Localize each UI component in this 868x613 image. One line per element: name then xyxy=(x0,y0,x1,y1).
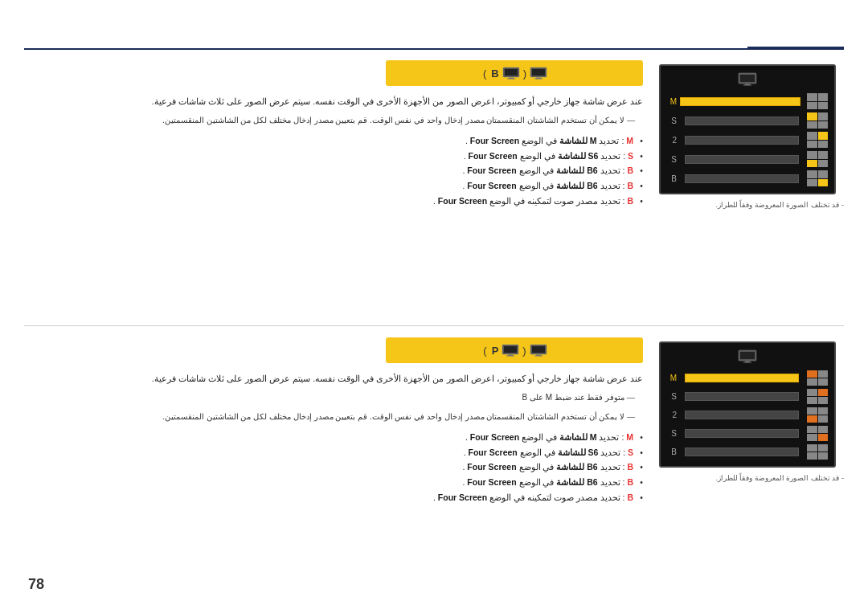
screen2-top-icon-row xyxy=(667,349,828,364)
page-number: 78 xyxy=(28,576,44,593)
section2-screen-preview: M xyxy=(659,337,844,603)
section-1: ( B ) عند عرض شاشة جهاز خارجي أو كمبيوتر… xyxy=(24,60,844,309)
bullet-item-2-1: M : تحديد M للشاشة في الوضع Four Screen … xyxy=(24,430,643,445)
section1-header-paren-close: ) xyxy=(483,67,486,80)
section2-text-area: ( P ) عند عرض شاشة جهاز خارجي أو كمبيوتر… xyxy=(24,337,659,603)
screen2-row-2: 2 xyxy=(667,407,828,423)
bullet-item: B : تحديد مصدر صوت لتمكينه في الوضع Four… xyxy=(24,194,643,209)
monitor-icon-2b xyxy=(502,344,519,357)
screen1-rows: M S xyxy=(667,93,828,186)
section1-header-paren-open: ( xyxy=(523,67,526,80)
bullet-item-2-2: S : تحديد S6 للشاشة في الوضع Four Screen… xyxy=(24,445,643,460)
section1-text-area: ( B ) عند عرض شاشة جهاز خارجي أو كمبيوتر… xyxy=(24,60,659,309)
svg-rect-17 xyxy=(504,346,517,353)
svg-rect-11 xyxy=(743,85,751,86)
section2-header-paren-close: ) xyxy=(483,345,486,357)
bullet-item: M : تحديد M للشاشة في الوضع Four Screen … xyxy=(24,133,643,149)
screen1-row-B: B xyxy=(667,170,828,186)
svg-rect-3 xyxy=(534,79,542,80)
bullet-item: B : تحديد B6 للشاشة في الوضع Four Screen… xyxy=(24,178,643,194)
screen1-row-2: 2 xyxy=(667,132,828,148)
top-right-accent xyxy=(747,47,844,50)
section2-screen-note: قد تختلف الصورة المعروضة وفقاً للطراز. xyxy=(659,474,844,482)
section2-note: لا يمكن أن تستخدم الشاشتان المنقسمتان مص… xyxy=(24,411,643,423)
svg-rect-13 xyxy=(532,346,545,353)
section2-screen-mock: M xyxy=(659,341,836,468)
bullet-item: B : تحديد B6 للشاشة في الوضع Four Screen… xyxy=(24,163,643,178)
svg-rect-21 xyxy=(740,352,755,359)
screen2-row-S2: S xyxy=(667,426,828,441)
section2-header-num: P xyxy=(492,345,499,357)
section2-bullet-list: M : تحديد M للشاشة في الوضع Four Screen … xyxy=(24,430,643,505)
section1-screen-mock: M S xyxy=(659,64,836,194)
screen2-row-M: M xyxy=(667,370,828,386)
bullet-item-2-4: B : تحديد B6 للشاشة في الوضع Four Screen… xyxy=(24,475,643,490)
section-2: ( P ) عند عرض شاشة جهاز خارجي أو كمبيوتر… xyxy=(24,337,844,603)
section2-main-desc: عند عرض شاشة جهاز خارجي أو كمبيوتر، اعرض… xyxy=(24,371,643,386)
screen1-monitor-icon xyxy=(738,72,757,87)
monitor-icon-2a xyxy=(530,344,547,357)
svg-rect-19 xyxy=(506,356,514,357)
monitor-icon-1b xyxy=(502,67,520,80)
section2-note2: متوفر فقط عند ضبط M على B xyxy=(24,391,643,404)
screen2-monitor-icon xyxy=(738,349,757,364)
page-container: ( B ) عند عرض شاشة جهاز خارجي أو كمبيوتر… xyxy=(0,0,868,613)
svg-rect-1 xyxy=(532,69,545,76)
section2-header-paren-open: ( xyxy=(522,345,526,357)
screen2-row-S: S xyxy=(667,389,828,404)
section1-screen-preview: M S xyxy=(659,60,844,309)
section-divider xyxy=(24,325,844,326)
section1-main-desc: عند عرض شاشة جهاز خارجي أو كمبيوتر، اعرض… xyxy=(24,94,643,109)
section2-header-bar: ( P ) xyxy=(386,337,643,363)
top-line xyxy=(24,48,844,50)
screen1-top-icon-row xyxy=(667,72,828,87)
section1-header-bar: ( B ) xyxy=(386,60,643,86)
bullet-item-2-5: B : تحديد مصدر صوت لتمكينه في الوضع Four… xyxy=(24,490,643,505)
screen1-row-S2: S xyxy=(667,151,828,167)
screen1-row-S: S xyxy=(667,112,828,129)
svg-rect-7 xyxy=(507,79,515,80)
bullet-item-2-3: B : تحديد B6 للشاشة في الوضع Four Screen… xyxy=(24,460,643,475)
bullet-item: S : تحديد S6 للشاشة في الوضع Four Screen… xyxy=(24,149,643,164)
section1-note: لا يمكن أن تستخدم الشاشتان المنقسمتان مص… xyxy=(24,114,643,127)
monitor-icon-1 xyxy=(530,67,547,80)
svg-rect-23 xyxy=(743,362,751,363)
screen2-rows: M xyxy=(667,370,828,460)
section1-bullet-list: M : تحديد M للشاشة في الوضع Four Screen … xyxy=(24,133,643,209)
svg-rect-9 xyxy=(740,75,755,82)
section1-screen-note: قد تختلف الصورة المعروضة وفقاً للطراز. xyxy=(659,201,844,209)
svg-rect-5 xyxy=(505,69,518,76)
screen1-row-M: M xyxy=(667,93,828,109)
svg-rect-15 xyxy=(534,356,542,357)
section1-header-num: B xyxy=(491,67,498,80)
screen2-row-B: B xyxy=(667,444,828,460)
